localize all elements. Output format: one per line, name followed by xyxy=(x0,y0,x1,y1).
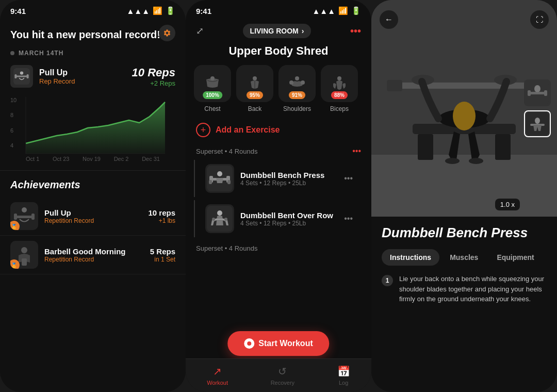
svg-point-15 xyxy=(210,76,215,80)
svg-rect-34 xyxy=(371,155,557,217)
svg-rect-49 xyxy=(528,90,531,96)
biceps-label: Biceps xyxy=(330,105,349,112)
svg-rect-39 xyxy=(387,80,402,91)
chart-x-labels: Oct 1 Oct 23 Nov 19 Dec 2 Dec 31 xyxy=(10,156,175,162)
record-row: Pull Up Rep Record 10 Reps +2 Reps xyxy=(0,61,186,92)
bent-over-row-info: Dumbbell Bent Over Row 4 Sets • 12 Reps … xyxy=(240,211,338,227)
muscle-chips-row: 100% Chest 95% Back xyxy=(186,65,371,121)
p3-tab-row: Instructions Muscles Equipment xyxy=(382,249,547,266)
expand-arrows-icon[interactable]: ⤢ xyxy=(196,25,204,37)
svg-point-21 xyxy=(337,76,341,80)
add-exercise-row[interactable]: + Add an Exercise xyxy=(186,121,371,143)
location-label: LIVING ROOM xyxy=(250,27,299,35)
tab-equipment[interactable]: Equipment xyxy=(488,249,542,266)
shoulders-label: Shoulders xyxy=(283,105,311,112)
superset-2-label: Superset • 4 Rounds xyxy=(196,244,257,252)
bench-press-more-icon[interactable]: ••• xyxy=(344,174,353,183)
svg-rect-27 xyxy=(227,180,231,184)
thumbnail-1[interactable] xyxy=(524,79,551,106)
hero-image: ← ⛶ xyxy=(371,0,557,217)
svg-rect-1 xyxy=(16,75,27,77)
location-pill[interactable]: LIVING ROOM › xyxy=(243,24,312,38)
chest-icon: 100% xyxy=(194,65,231,102)
svg-rect-3 xyxy=(27,74,29,78)
achievements-title: Achievements xyxy=(0,177,186,197)
ach-info-1: Pull Up Repetition Record xyxy=(44,208,142,224)
svg-point-28 xyxy=(217,171,222,176)
exercise-item-bench-press[interactable]: Dumbbell Bench Press 4 Sets • 12 Reps • … xyxy=(194,160,363,197)
record-thumb xyxy=(10,65,33,88)
superset-1-more-icon[interactable]: ••• xyxy=(352,146,361,156)
fullscreen-button[interactable]: ⛶ xyxy=(530,10,549,29)
chest-pct: 100% xyxy=(203,91,222,99)
status-icons-2: ▲▲▲ 📶 🔋 xyxy=(312,6,361,15)
exercise-item-bent-over-row[interactable]: Dumbbell Bent Over Row 4 Sets • 12 Reps … xyxy=(194,200,363,237)
back-icon: 95% xyxy=(236,65,273,102)
back-arrow-icon: ← xyxy=(385,15,393,24)
muscle-chip-biceps[interactable]: 88% Biceps xyxy=(321,65,358,112)
settings-icon[interactable] xyxy=(159,25,175,41)
recovery-tab-icon: ↺ xyxy=(278,365,287,378)
svg-point-13 xyxy=(21,247,27,253)
workout-tab-label: Workout xyxy=(207,380,228,386)
tab-muscles[interactable]: Muscles xyxy=(441,249,486,266)
svg-point-46 xyxy=(469,158,483,164)
bent-over-row-more-icon[interactable]: ••• xyxy=(344,214,353,223)
back-button[interactable]: ← xyxy=(380,10,398,29)
back-label: Back xyxy=(248,105,262,112)
svg-rect-8 xyxy=(15,216,33,218)
thumbnails-list xyxy=(524,79,551,137)
svg-rect-26 xyxy=(209,180,212,184)
ach-info-2: Barbell Good Morning Repetition Record xyxy=(44,247,144,263)
svg-point-18 xyxy=(295,76,299,80)
recovery-tab-label: Recovery xyxy=(271,380,294,386)
pr-banner: You hit a new personal record! xyxy=(0,20,186,45)
thumbnail-2[interactable] xyxy=(524,110,551,137)
svg-rect-37 xyxy=(495,134,511,160)
svg-point-45 xyxy=(445,158,460,164)
start-icon xyxy=(244,338,254,349)
muscle-chip-chest[interactable]: 100% Chest xyxy=(194,65,231,112)
bent-over-row-thumb xyxy=(205,204,234,233)
bench-press-info: Dumbbell Bench Press 4 Sets • 12 Reps • … xyxy=(240,171,338,187)
exercise-title: Dumbbell Bench Press xyxy=(382,225,547,241)
tab-workout[interactable]: ↗ Workout xyxy=(207,365,228,386)
panel-workout-plan: 9:41 ▲▲▲ 📶 🔋 ⤢ LIVING ROOM › ••• Upper B… xyxy=(186,0,371,392)
workout-tab-icon: ↗ xyxy=(213,365,222,378)
tab-recovery[interactable]: ↺ Recovery xyxy=(271,365,294,386)
bench-press-thumb xyxy=(205,164,234,193)
time-1: 9:41 xyxy=(10,7,26,15)
svg-point-31 xyxy=(212,218,215,221)
add-exercise-icon: + xyxy=(196,123,210,137)
status-bar-2: 9:41 ▲▲▲ 📶 🔋 xyxy=(186,0,371,20)
tab-log[interactable]: 📅 Log xyxy=(337,365,350,386)
log-tab-label: Log xyxy=(339,380,348,386)
instruction-1: 1 Lie your back onto a bench while squee… xyxy=(382,274,547,304)
muscle-chip-shoulders[interactable]: 91% Shoulders xyxy=(278,65,316,112)
speed-badge[interactable]: 1.0 x xyxy=(495,199,520,210)
panel-personal-record: 9:41 ▲▲▲ 📶 🔋 You hit a new personal reco… xyxy=(0,0,186,392)
svg-point-4 xyxy=(20,71,23,74)
time-2: 9:41 xyxy=(196,7,211,15)
start-workout-button[interactable]: Start Workout xyxy=(227,331,329,356)
chart-area: 10 8 6 4 Oct 1 Oct 23 Nov 19 Dec 2 Dec 3… xyxy=(0,92,186,164)
more-options-icon[interactable]: ••• xyxy=(350,25,361,37)
svg-point-16 xyxy=(253,76,257,80)
svg-rect-38 xyxy=(392,83,536,89)
p3-content: Dumbbell Bench Press Instructions Muscle… xyxy=(371,217,557,318)
achievement-item-2: 🏅 Barbell Good Morning Repetition Record… xyxy=(0,236,186,274)
svg-point-20 xyxy=(301,80,305,85)
achievement-item-1: 🏅 Pull Up Repetition Record 10 reps +1 l… xyxy=(0,197,186,236)
svg-rect-10 xyxy=(31,214,35,220)
tab-instructions[interactable]: Instructions xyxy=(382,249,439,266)
superset-1-header: Superset • 4 Rounds ••• xyxy=(186,143,371,160)
instruction-number-1: 1 xyxy=(382,275,393,286)
muscle-chip-back[interactable]: 95% Back xyxy=(236,65,273,112)
record-left: Pull Up Rep Record xyxy=(10,65,75,88)
chart-svg xyxy=(10,97,175,154)
svg-rect-36 xyxy=(418,134,433,160)
svg-point-54 xyxy=(535,118,540,124)
svg-point-30 xyxy=(217,210,222,216)
date-dot xyxy=(10,51,14,55)
svg-rect-9 xyxy=(14,214,17,220)
